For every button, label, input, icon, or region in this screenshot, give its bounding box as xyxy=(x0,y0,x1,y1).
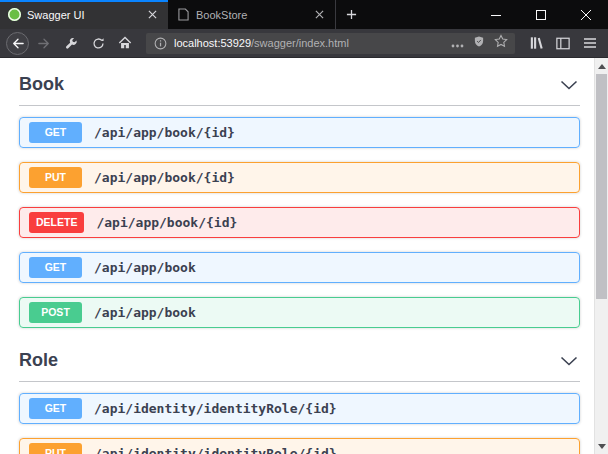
wrench-icon[interactable] xyxy=(59,31,83,55)
section-title: Book xyxy=(19,74,64,95)
scrollbar-thumb[interactable] xyxy=(596,74,607,299)
scrollbar[interactable] xyxy=(594,58,608,454)
page-actions-icon[interactable] xyxy=(451,34,464,52)
section-header-role[interactable]: Role xyxy=(19,342,580,382)
url-bar[interactable]: localhost:53929/swagger/index.html xyxy=(146,33,515,54)
method-badge: GET xyxy=(29,398,82,419)
scroll-up-arrow[interactable] xyxy=(595,59,608,73)
section-book: Book GET /api/app/book/{id} PUT /api/app… xyxy=(19,66,580,328)
operation-path: /api/identity/identityRole/{id} xyxy=(94,446,337,454)
opblock-get-book-list[interactable]: GET /api/app/book xyxy=(19,252,580,283)
scroll-down-arrow[interactable] xyxy=(595,439,608,453)
library-icon[interactable] xyxy=(524,31,548,55)
close-button[interactable] xyxy=(563,0,608,29)
method-badge: DELETE xyxy=(29,212,84,233)
opblock-get-book-id[interactable]: GET /api/app/book/{id} xyxy=(19,117,580,148)
operation-path: /api/app/book/{id} xyxy=(94,125,235,140)
opblock-put-book-id[interactable]: PUT /api/app/book/{id} xyxy=(19,162,580,193)
tracking-shield-icon[interactable] xyxy=(473,34,485,52)
window-controls xyxy=(473,0,608,29)
section-header-book[interactable]: Book xyxy=(19,66,580,106)
url-text[interactable]: localhost:53929/swagger/index.html xyxy=(174,37,445,49)
bookmark-star-icon[interactable] xyxy=(494,34,508,52)
chevron-down-icon[interactable] xyxy=(560,80,578,90)
tab-swagger-ui[interactable]: Swagger UI xyxy=(0,0,168,29)
site-info-icon[interactable] xyxy=(153,36,168,51)
operation-path: /api/app/book/{id} xyxy=(96,215,237,230)
titlebar: Swagger UI BookStore xyxy=(0,0,608,29)
section-role: Role GET /api/identity/identityRole/{id}… xyxy=(19,342,580,454)
sidebar-toggle-icon[interactable] xyxy=(551,31,575,55)
browser-window: Swagger UI BookStore xyxy=(0,0,608,454)
forward-button[interactable] xyxy=(32,31,56,55)
opblock-get-role-id[interactable]: GET /api/identity/identityRole/{id} xyxy=(19,393,580,424)
menu-hamburger-icon[interactable] xyxy=(578,31,602,55)
back-button[interactable] xyxy=(6,32,29,55)
tab-close-icon[interactable] xyxy=(311,7,327,23)
opblock-delete-book-id[interactable]: DELETE /api/app/book/{id} xyxy=(19,207,580,238)
tab-title: Swagger UI xyxy=(27,9,138,21)
url-host: localhost:53929 xyxy=(174,37,251,49)
method-badge: GET xyxy=(29,122,82,143)
tab-title: BookStore xyxy=(196,9,305,21)
navigation-toolbar: localhost:53929/swagger/index.html xyxy=(0,29,608,58)
method-badge: PUT xyxy=(29,443,82,454)
section-title: Role xyxy=(19,350,58,371)
new-tab-button[interactable] xyxy=(336,0,366,29)
opblock-post-book[interactable]: POST /api/app/book xyxy=(19,297,580,328)
method-badge: PUT xyxy=(29,167,82,188)
operation-path: /api/app/book xyxy=(94,305,196,320)
home-button[interactable] xyxy=(113,31,137,55)
opblock-put-role-id[interactable]: PUT /api/identity/identityRole/{id} xyxy=(19,438,580,454)
chevron-down-icon[interactable] xyxy=(560,356,578,366)
maximize-button[interactable] xyxy=(518,0,563,29)
operation-path: /api/identity/identityRole/{id} xyxy=(94,401,337,416)
method-badge: POST xyxy=(29,302,82,323)
urlbar-actions xyxy=(451,34,508,52)
tab-close-icon[interactable] xyxy=(144,7,160,23)
url-path: /swagger/index.html xyxy=(251,37,349,49)
minimize-button[interactable] xyxy=(473,0,518,29)
operation-path: /api/app/book xyxy=(94,260,196,275)
operation-path: /api/app/book/{id} xyxy=(94,170,235,185)
swagger-favicon-icon xyxy=(8,8,21,21)
tab-bookstore[interactable]: BookStore xyxy=(168,0,336,29)
refresh-button[interactable] xyxy=(86,31,110,55)
swagger-page-content: Book GET /api/app/book/{id} PUT /api/app… xyxy=(0,58,594,454)
bookstore-favicon-icon xyxy=(176,8,190,22)
method-badge: GET xyxy=(29,257,82,278)
